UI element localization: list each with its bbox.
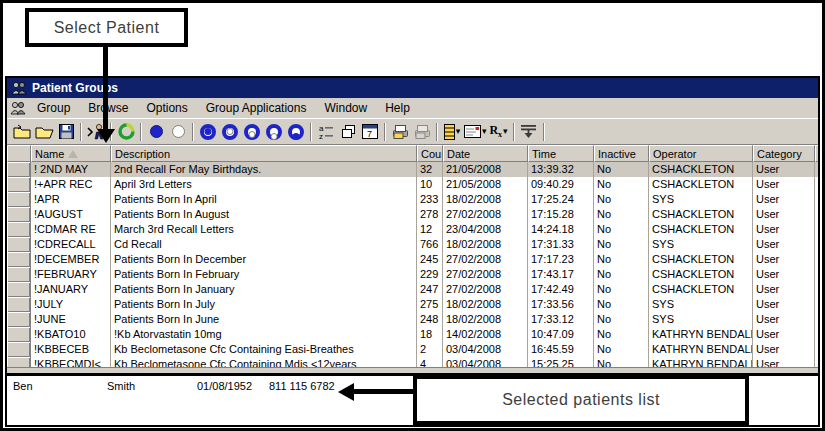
- row-selector-cell[interactable]: [7, 282, 31, 297]
- mail-merge-dropdown-button[interactable]: ▾: [463, 121, 488, 143]
- cell-filler: [815, 312, 818, 327]
- menu-window[interactable]: Window: [315, 99, 376, 117]
- select-all-header[interactable]: [7, 145, 31, 162]
- svg-text:z: z: [319, 132, 323, 140]
- cell-name: !CDRECALL: [31, 237, 111, 252]
- cell-name: !CDMAR RE: [31, 222, 111, 237]
- cell-inactive: No: [594, 177, 649, 192]
- combine-union-button[interactable]: [219, 121, 241, 143]
- menu-options[interactable]: Options: [137, 99, 196, 117]
- row-selector-cell[interactable]: [7, 177, 31, 192]
- full-group-button[interactable]: [145, 121, 167, 143]
- row-selector-cell[interactable]: [7, 342, 31, 357]
- group-row[interactable]: !KBBECMDI< Kb Beclometasone Cfc Containi…: [7, 357, 818, 367]
- row-selector-cell[interactable]: [7, 237, 31, 252]
- column-header-date[interactable]: Date: [443, 145, 528, 162]
- cell-category: User: [753, 237, 815, 252]
- prescriptions-dropdown-button[interactable]: Rx ▾: [488, 121, 510, 143]
- sort-ascending-icon: [68, 150, 78, 158]
- empty-circle-icon: [172, 125, 185, 138]
- cell-time: 09:40.29: [528, 177, 594, 192]
- column-header-name[interactable]: Name: [31, 145, 111, 162]
- column-header-inactive[interactable]: Inactive: [594, 145, 649, 162]
- cell-date: 27/02/2008: [443, 252, 528, 267]
- calendar-icon: 7: [362, 124, 378, 139]
- row-selector-cell[interactable]: [7, 252, 31, 267]
- cell-operator: CSHACKLETON: [649, 222, 753, 237]
- combine-exclude-button[interactable]: [263, 121, 285, 143]
- combine-intersect-button[interactable]: [241, 121, 263, 143]
- callout-arrow-left-shaft: [354, 389, 413, 394]
- group-row[interactable]: !CDRECALL Cd Recall 766 18/02/2008 17:31…: [7, 237, 818, 252]
- cell-filler: [815, 267, 818, 282]
- group-list-dropdown-button[interactable]: ▾: [441, 121, 463, 143]
- cell-time: 17:15.28: [528, 207, 594, 222]
- dropdown-caret-icon: ▾: [456, 127, 461, 136]
- row-selector-cell[interactable]: [7, 357, 31, 367]
- group-row[interactable]: !JULY Patients Born In July 275 18/02/20…: [7, 297, 818, 312]
- copy-window-button[interactable]: [337, 121, 359, 143]
- toolbar-separator: [80, 123, 82, 141]
- group-row[interactable]: !JANUARY Patients Born In January 247 27…: [7, 282, 818, 297]
- empty-group-button[interactable]: [167, 121, 189, 143]
- row-selector-cell[interactable]: [7, 162, 31, 177]
- row-selector-cell[interactable]: [7, 297, 31, 312]
- row-selector-cell[interactable]: [7, 327, 31, 342]
- cell-time: 17:17.23: [528, 252, 594, 267]
- row-selector-cell[interactable]: [7, 222, 31, 237]
- column-header-label: Time: [532, 148, 556, 160]
- refresh-group-button[interactable]: [115, 121, 137, 143]
- row-selector-cell[interactable]: [7, 207, 31, 222]
- print-merge-alt-button[interactable]: [411, 121, 433, 143]
- row-selector-cell[interactable]: [7, 267, 31, 282]
- group-row[interactable]: !KBBECEB Kb Beclometasone Cfc Containing…: [7, 342, 818, 357]
- cell-name: !APR: [31, 192, 111, 207]
- cell-date: 18/02/2008: [443, 192, 528, 207]
- toolbar-separator: [384, 123, 386, 141]
- sort-button[interactable]: a z: [315, 121, 337, 143]
- menu-group[interactable]: Group: [28, 99, 79, 117]
- combine-append-button[interactable]: [285, 121, 307, 143]
- open-group-button[interactable]: [11, 121, 33, 143]
- group-row[interactable]: ! 2ND MAY 2nd Recall For May Birthdays. …: [7, 162, 818, 177]
- cell-count: 10: [417, 177, 443, 192]
- cell-name: !FEBRUARY: [31, 267, 111, 282]
- append-rows-button[interactable]: [518, 121, 540, 143]
- cell-description: Kb Beclometasone Cfc Containing Mdis <12…: [111, 357, 417, 367]
- group-list-icon: [444, 124, 455, 140]
- cell-time: 13:39.32: [528, 162, 594, 177]
- cell-date: 18/02/2008: [443, 237, 528, 252]
- group-row[interactable]: !CDMAR RE March 3rd Recall Letters 12 23…: [7, 222, 818, 237]
- combine-exclude-icon: [266, 124, 282, 140]
- menu-group-applications[interactable]: Group Applications: [197, 99, 316, 117]
- cell-category: User: [753, 267, 815, 282]
- combine-centre-button[interactable]: [197, 121, 219, 143]
- column-header-time[interactable]: Time: [528, 145, 594, 162]
- cell-filler: [815, 357, 818, 367]
- row-selector-cell[interactable]: [7, 312, 31, 327]
- group-row[interactable]: !APR Patients Born In April 233 18/02/20…: [7, 192, 818, 207]
- print-merge-button[interactable]: [389, 121, 411, 143]
- save-group-button[interactable]: [55, 121, 77, 143]
- dropdown-caret-icon: ▾: [482, 127, 487, 136]
- group-row[interactable]: !KBATO10 !Kb Atorvastatin 10mg 18 14/02/…: [7, 327, 818, 342]
- menu-help[interactable]: Help: [376, 99, 419, 117]
- group-rows: ! 2ND MAY 2nd Recall For May Birthdays. …: [7, 162, 818, 367]
- group-row[interactable]: !FEBRUARY Patients Born In February 229 …: [7, 267, 818, 282]
- column-header-count[interactable]: Count: [417, 145, 443, 162]
- group-row[interactable]: !+APR REC April 3rd Letters 10 21/05/200…: [7, 177, 818, 192]
- menu-browse[interactable]: Browse: [79, 99, 137, 117]
- group-row[interactable]: !JUNE Patients Born In June 248 18/02/20…: [7, 312, 818, 327]
- cell-date: 27/02/2008: [443, 207, 528, 222]
- group-row[interactable]: !DECEMBER Patients Born In December 245 …: [7, 252, 818, 267]
- group-row[interactable]: !AUGUST Patients Born In August 278 27/0…: [7, 207, 818, 222]
- open-saved-group-button[interactable]: [33, 121, 55, 143]
- column-header-description[interactable]: Description: [111, 145, 417, 162]
- column-header-operator[interactable]: Operator: [649, 145, 753, 162]
- calendar-button[interactable]: 7: [359, 121, 381, 143]
- cell-date: 03/04/2008: [443, 342, 528, 357]
- column-header-category[interactable]: Category: [753, 145, 815, 162]
- filled-circle-icon: [150, 125, 163, 138]
- rx-icon: Rx: [489, 123, 502, 139]
- row-selector-cell[interactable]: [7, 192, 31, 207]
